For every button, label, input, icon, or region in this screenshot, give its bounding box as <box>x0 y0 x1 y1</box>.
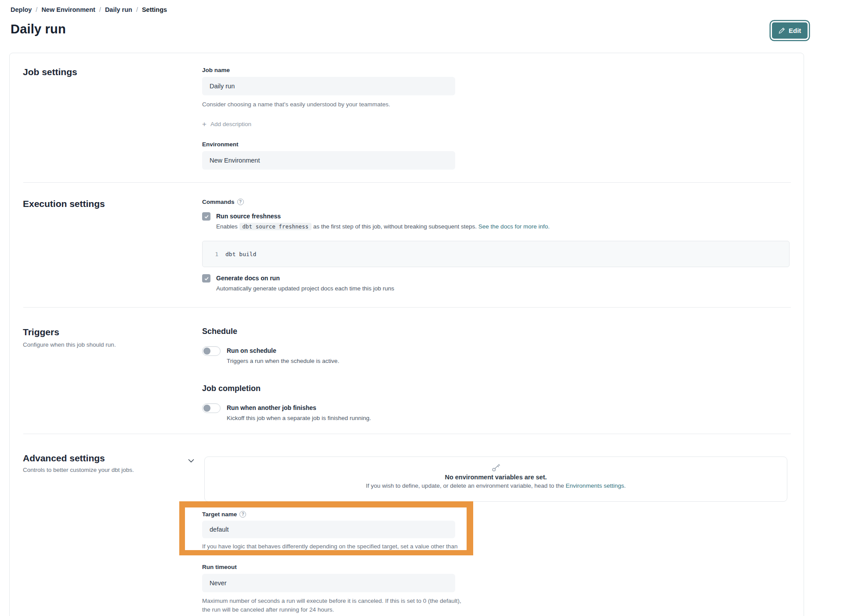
checkmark-icon <box>204 276 209 281</box>
add-description-label: Add description <box>210 121 251 127</box>
environments-settings-link[interactable]: Environments settings <box>566 482 624 489</box>
toggle-knob <box>203 348 210 355</box>
run-on-schedule-toggle[interactable] <box>202 346 221 356</box>
target-name-helper: If you have logic that behaves different… <box>202 542 466 550</box>
env-vars-empty-title: No environment variables are set. <box>205 474 787 481</box>
plus-icon: + <box>202 121 207 127</box>
code-line-text: dbt build <box>225 251 256 257</box>
commands-code-editor[interactable]: 1 dbt build <box>202 241 790 267</box>
target-name-group: Target name ? default If you have logic … <box>185 507 467 550</box>
environment-input[interactable]: New Environment <box>202 151 455 170</box>
code-line-number: 1 <box>205 251 218 257</box>
generate-docs-checkbox[interactable] <box>202 274 210 283</box>
desc-text: Enables <box>216 223 238 230</box>
chevron-down-icon[interactable] <box>188 459 194 463</box>
env-line-period: . <box>624 482 626 489</box>
generate-docs-row: Generate docs on run Automatically gener… <box>202 274 791 293</box>
breadcrumb-separator: / <box>99 6 101 13</box>
edit-button[interactable]: Edit <box>772 22 808 39</box>
run-timeout-helper: Maximum number of seconds a run will exe… <box>202 597 466 614</box>
run-on-schedule-label: Run on schedule <box>227 346 339 355</box>
execution-settings-form: Commands ? Run source freshness Enables … <box>202 199 791 293</box>
breadcrumb-current-settings: Settings <box>142 6 167 13</box>
run-source-freshness-desc: Enables dbt source freshness as the firs… <box>216 222 550 231</box>
job-name-input[interactable]: Daily run <box>202 77 455 95</box>
triggers-form: Schedule Run on schedule Triggers a run … <box>202 327 510 423</box>
breadcrumb-separator: / <box>136 6 138 13</box>
execution-settings-title: Execution settings <box>23 199 105 209</box>
env-line-text: If you wish to define, update, or delete… <box>366 482 564 489</box>
environment-variables-empty-state: No environment variables are set. If you… <box>204 457 787 502</box>
job-name-label: Job name <box>202 67 475 73</box>
section-divider <box>23 307 791 308</box>
help-circle-icon[interactable]: ? <box>239 511 246 518</box>
target-name-input[interactable]: default <box>202 521 455 538</box>
generate-docs-label: Generate docs on run <box>216 274 394 283</box>
help-circle-icon[interactable]: ? <box>237 199 244 205</box>
toggle-knob <box>203 405 210 412</box>
key-icon <box>205 463 787 472</box>
environment-label: Environment <box>202 141 475 148</box>
job-name-helper: Consider choosing a name that's easily u… <box>202 100 475 109</box>
breadcrumb-deploy[interactable]: Deploy <box>11 6 32 13</box>
run-timeout-input[interactable]: Never <box>202 574 455 592</box>
commands-label: Commands <box>202 199 235 205</box>
run-timeout-label: Run timeout <box>202 564 475 570</box>
add-description-button[interactable]: + Add description <box>202 121 475 127</box>
edit-button-label: Edit <box>789 27 801 34</box>
run-source-freshness-checkbox[interactable] <box>202 212 210 221</box>
run-when-finishes-label: Run when another job finishes <box>227 403 371 413</box>
run-source-freshness-row: Run source freshness Enables dbt source … <box>202 212 791 231</box>
job-settings-form: Job name Daily run Consider choosing a n… <box>202 67 475 170</box>
docs-link[interactable]: See the docs for more info. <box>478 223 550 230</box>
run-source-freshness-label: Run source freshness <box>216 212 550 221</box>
env-vars-empty-line: If you wish to define, update, or delete… <box>205 482 787 489</box>
target-name-label: Target name <box>202 511 237 518</box>
advanced-settings-title: Advanced settings <box>23 453 105 464</box>
run-on-schedule-row: Run on schedule Triggers a run when the … <box>202 346 510 366</box>
section-divider <box>23 182 791 183</box>
pencil-icon <box>779 27 785 34</box>
run-when-finishes-row: Run when another job finishes Kickoff th… <box>202 403 510 423</box>
breadcrumb: Deploy / New Environment / Daily run / S… <box>11 6 167 13</box>
job-settings-page: Deploy / New Environment / Daily run / S… <box>0 0 855 616</box>
run-on-schedule-desc: Triggers a run when the schedule is acti… <box>227 356 339 366</box>
run-timeout-group: Run timeout Never Maximum number of seco… <box>202 564 475 614</box>
annotation-highlight-box: Target name ? default If you have logic … <box>179 501 473 555</box>
desc-text: as the first step of this job, without b… <box>313 223 477 230</box>
triggers-title: Triggers <box>23 327 59 337</box>
advanced-settings-subtitle: Controls to better customize your dbt jo… <box>23 467 134 473</box>
run-when-finishes-toggle[interactable] <box>202 403 221 413</box>
job-completion-heading: Job completion <box>202 384 510 393</box>
breadcrumb-environment[interactable]: New Environment <box>41 6 95 13</box>
run-when-finishes-desc: Kickoff this job when a separate job is … <box>227 413 371 423</box>
section-divider <box>23 434 791 434</box>
schedule-heading: Schedule <box>202 327 510 336</box>
breadcrumb-separator: / <box>36 6 37 13</box>
breadcrumb-job[interactable]: Daily run <box>105 6 132 13</box>
triggers-subtitle: Configure when this job should run. <box>23 341 116 348</box>
page-title: Daily run <box>11 22 66 36</box>
code-chip: dbt source freshness <box>239 223 312 230</box>
checkmark-icon <box>204 214 209 219</box>
generate-docs-desc: Automatically generate updated project d… <box>216 284 394 293</box>
job-settings-title: Job settings <box>23 67 77 77</box>
